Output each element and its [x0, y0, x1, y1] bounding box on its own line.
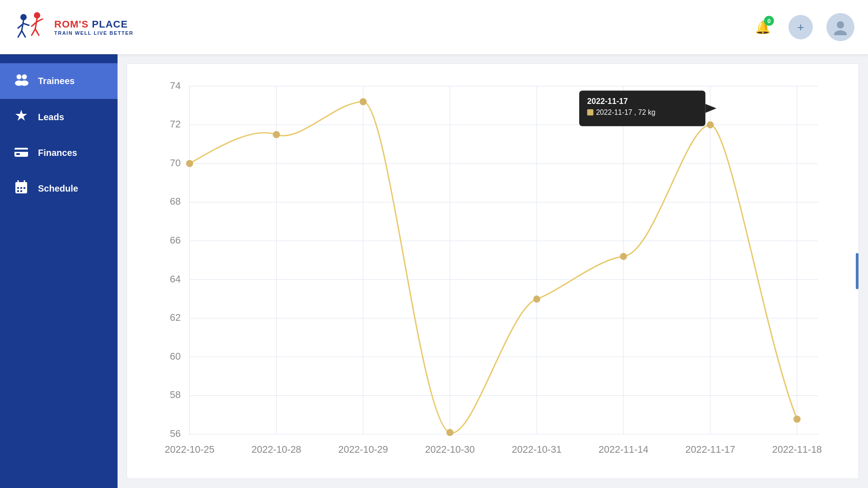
svg-point-12 [837, 21, 844, 28]
sidebar-label-schedule: Schedule [38, 183, 78, 194]
svg-point-68 [273, 131, 280, 138]
svg-text:2022-11-17 , 72 kg: 2022-11-17 , 72 kg [596, 108, 655, 116]
sidebar-label-finances: Finances [38, 148, 77, 158]
svg-point-70 [446, 429, 453, 436]
svg-point-15 [22, 75, 27, 80]
svg-text:56: 56 [170, 428, 181, 439]
svg-text:2022-11-14: 2022-11-14 [599, 444, 648, 455]
leads-icon [14, 109, 29, 126]
plus-icon: + [797, 20, 804, 34]
svg-text:2022-11-17: 2022-11-17 [685, 444, 735, 455]
avatar-button[interactable] [826, 13, 854, 41]
add-button[interactable]: + [788, 15, 813, 39]
logo-text: ROM'S PLACE TRAIN WELL LIVE BETTER [54, 19, 133, 36]
svg-text:60: 60 [170, 351, 181, 362]
svg-rect-20 [14, 150, 28, 152]
logo-brand: ROM'S PLACE [54, 19, 133, 30]
svg-point-0 [20, 14, 27, 20]
svg-text:68: 68 [170, 196, 181, 207]
svg-rect-26 [17, 187, 19, 189]
svg-text:64: 64 [170, 273, 181, 285]
sidebar-item-schedule[interactable]: Schedule [0, 170, 118, 207]
svg-point-67 [186, 160, 193, 167]
svg-text:62: 62 [170, 312, 181, 323]
svg-point-71 [533, 296, 540, 303]
logo-area: ROM'S PLACE TRAIN WELL LIVE BETTER [14, 9, 133, 45]
svg-rect-27 [20, 187, 22, 189]
header-actions: 🔔 0 + [750, 13, 854, 41]
svg-text:74: 74 [170, 80, 181, 91]
svg-line-3 [22, 31, 25, 37]
svg-rect-21 [16, 153, 20, 155]
chart-area: .grid-line { stroke: #dde3ef; stroke-wid… [118, 54, 868, 488]
svg-rect-29 [17, 190, 19, 192]
notification-button[interactable]: 🔔 0 [750, 15, 775, 39]
svg-text:2022-11-18: 2022-11-18 [772, 444, 822, 455]
svg-text:2022-10-28: 2022-10-28 [251, 444, 301, 455]
svg-rect-78 [587, 109, 594, 116]
svg-line-11 [37, 19, 42, 22]
svg-point-69 [359, 98, 367, 105]
svg-text:2022-10-25: 2022-10-25 [165, 444, 214, 455]
header: ROM'S PLACE TRAIN WELL LIVE BETTER 🔔 0 + [0, 0, 868, 54]
avatar-icon [832, 19, 849, 35]
svg-point-74 [793, 416, 801, 423]
sidebar-item-leads[interactable]: Leads [0, 99, 118, 136]
chart-svg-wrapper: .grid-line { stroke: #dde3ef; stroke-wid… [154, 77, 840, 469]
svg-marker-18 [15, 110, 27, 121]
svg-text:2022-10-29: 2022-10-29 [338, 444, 388, 455]
sidebar-label-trainees: Trainees [38, 76, 75, 86]
svg-line-8 [32, 29, 35, 35]
svg-point-17 [20, 80, 28, 86]
svg-line-2 [18, 31, 22, 37]
svg-text:70: 70 [170, 157, 181, 169]
weight-chart: .grid-line { stroke: #dde3ef; stroke-wid… [154, 77, 840, 469]
svg-text:58: 58 [170, 389, 181, 400]
logo-tagline: TRAIN WELL LIVE BETTER [54, 30, 133, 36]
svg-point-13 [834, 30, 847, 35]
chart-container: .grid-line { stroke: #dde3ef; stroke-wid… [127, 63, 859, 479]
svg-rect-28 [24, 187, 25, 189]
svg-marker-76 [705, 104, 716, 113]
svg-line-5 [24, 23, 29, 25]
scrollbar-indicator[interactable] [856, 253, 859, 289]
main-layout: Trainees Leads Finances [0, 54, 868, 488]
svg-point-6 [34, 12, 40, 19]
finances-icon [14, 145, 29, 160]
svg-rect-23 [15, 182, 27, 186]
svg-text:2022-11-17: 2022-11-17 [587, 97, 628, 106]
sidebar-label-leads: Leads [38, 112, 64, 122]
notification-badge: 0 [764, 16, 774, 26]
svg-text:2022-10-30: 2022-10-30 [425, 444, 475, 455]
schedule-icon [14, 180, 29, 197]
svg-rect-30 [20, 190, 22, 192]
svg-point-14 [17, 75, 22, 80]
logo-icon [14, 9, 50, 45]
chart-tooltip: 2022-11-17 2022-11-17 , 72 kg [579, 91, 717, 127]
svg-point-72 [620, 253, 627, 260]
sidebar-item-trainees[interactable]: Trainees [0, 63, 118, 99]
logo-brand-red: ROM'S [54, 19, 89, 30]
trainees-icon [14, 73, 29, 89]
logo-brand-blue: PLACE [89, 19, 128, 30]
sidebar-item-finances[interactable]: Finances [0, 136, 118, 170]
svg-point-73 [707, 121, 714, 128]
svg-rect-19 [14, 148, 28, 157]
svg-text:66: 66 [170, 235, 181, 246]
svg-line-9 [35, 29, 39, 35]
sidebar: Trainees Leads Finances [0, 54, 118, 488]
svg-text:72: 72 [170, 118, 181, 130]
svg-text:2022-10-31: 2022-10-31 [512, 444, 561, 455]
